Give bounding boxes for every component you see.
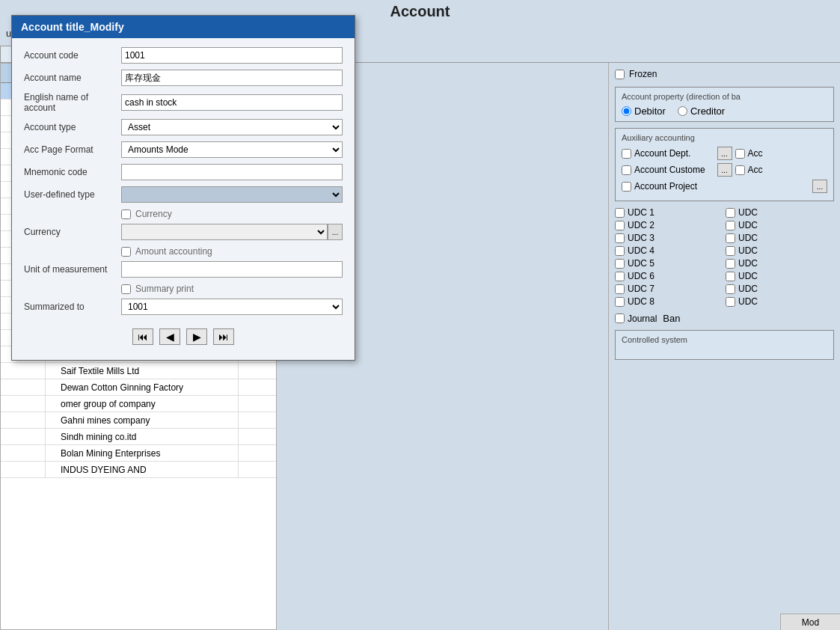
- udc-7-item: UDC 7: [615, 284, 723, 294]
- udc-7-checkbox[interactable]: [615, 284, 625, 294]
- udc-6r-checkbox[interactable]: [726, 272, 735, 281]
- udc-4r-item: UDC: [726, 245, 834, 256]
- udc-8-checkbox[interactable]: [615, 297, 625, 307]
- currency-checkbox[interactable]: [121, 210, 131, 219]
- acc-page-format-row: Acc Page Format Amounts Mode: [24, 141, 343, 158]
- amount-accounting-checkbox[interactable]: [121, 247, 131, 257]
- summarized-to-label: Summarized to: [24, 302, 121, 312]
- user-defined-row: User-defined type: [24, 186, 343, 203]
- frozen-checkbox[interactable]: [615, 70, 625, 79]
- udc-3-checkbox[interactable]: [615, 233, 625, 243]
- udc-7-label: UDC 7: [628, 284, 654, 294]
- aux-dept-checkbox[interactable]: [622, 149, 631, 159]
- creditor-radio-item: Creditor: [678, 105, 725, 117]
- udc-1r-checkbox[interactable]: [726, 208, 735, 218]
- amount-accounting-label: Amount accounting: [135, 246, 212, 257]
- aux-project-checkbox[interactable]: [622, 182, 631, 192]
- aux-customer-btn[interactable]: ...: [717, 163, 732, 177]
- udc-1r-item: UDC: [726, 207, 834, 218]
- account-name-row: Account name: [24, 70, 343, 86]
- udc-1-label: UDC 1: [628, 207, 654, 218]
- user-defined-label: User-defined type: [24, 189, 121, 200]
- aux-dept-btn[interactable]: ...: [717, 147, 732, 160]
- journal-row: Journal Ban: [615, 313, 834, 324]
- udc-2-checkbox[interactable]: [615, 221, 625, 230]
- currency-field-row: Currency ...: [24, 224, 343, 240]
- aux-project-row: Account Project ...: [622, 180, 827, 193]
- modal-body: Account code Account name English name o…: [12, 38, 355, 360]
- udc-4r-checkbox[interactable]: [726, 246, 735, 256]
- udc-5-checkbox[interactable]: [615, 259, 625, 269]
- udc-5r-checkbox[interactable]: [726, 259, 735, 269]
- modal-nav-bar: ⏮ ◀ ▶ ⏭: [24, 321, 343, 351]
- udc-1-checkbox[interactable]: [615, 208, 625, 218]
- udc-6-checkbox[interactable]: [615, 272, 625, 281]
- aux-customer-row: Account Custome ... Acc: [622, 163, 827, 177]
- nav-first-btn[interactable]: ⏮: [132, 328, 153, 345]
- currency-checkbox-label: Currency: [135, 209, 172, 219]
- udc-2-item: UDC 2: [615, 220, 723, 230]
- account-type-row: Account type Asset Liability Equity: [24, 119, 343, 135]
- mnemonic-input[interactable]: [121, 164, 343, 180]
- udc-7r-label: UDC: [738, 284, 758, 294]
- udc-4-label: UDC 4: [628, 245, 654, 256]
- english-name-label: English name of account: [24, 92, 121, 113]
- udc-4r-label: UDC: [738, 245, 758, 256]
- account-type-select[interactable]: Asset Liability Equity: [121, 119, 343, 135]
- nav-prev-btn[interactable]: ◀: [159, 328, 180, 345]
- unit-measurement-label: Unit of measurement: [24, 264, 121, 275]
- journal-label: Journal: [628, 314, 657, 324]
- summary-print-checkbox[interactable]: [121, 284, 131, 294]
- udc-grid: UDC 1 UDC UDC 2 UDC UDC 3 UDC: [615, 207, 834, 307]
- udc-2r-item: UDC: [726, 220, 834, 230]
- currency-input-group: ...: [121, 224, 343, 240]
- udc-3-item: UDC 3: [615, 233, 723, 243]
- udc-7r-item: UDC: [726, 284, 834, 294]
- currency-browse-btn[interactable]: ...: [328, 224, 343, 240]
- aux-customer-checkbox[interactable]: [622, 165, 631, 175]
- summary-print-label: Summary print: [135, 284, 194, 294]
- currency-select[interactable]: [121, 224, 328, 240]
- creditor-label: Creditor: [690, 105, 725, 117]
- udc-7r-checkbox[interactable]: [726, 284, 735, 294]
- nav-last-btn[interactable]: ⏭: [213, 328, 234, 345]
- udc-2r-label: UDC: [738, 220, 758, 230]
- udc-5r-label: UDC: [738, 258, 758, 269]
- aux-project-btn[interactable]: ...: [812, 180, 827, 193]
- user-defined-select[interactable]: [121, 186, 343, 203]
- summarized-to-select[interactable]: 1001: [121, 299, 343, 315]
- udc-8r-checkbox[interactable]: [726, 297, 735, 307]
- main-window: Account unt 4-3-2-2 Account quantity 417…: [0, 0, 840, 630]
- aux-accounting-title: Auxiliary accounting: [622, 133, 827, 142]
- debitor-radio[interactable]: [622, 106, 631, 116]
- aux-acc1-checkbox[interactable]: [735, 149, 745, 159]
- udc-8-item: UDC 8: [615, 296, 723, 307]
- journal-checkbox[interactable]: [615, 314, 625, 323]
- unit-measurement-input[interactable]: [121, 261, 343, 278]
- udc-4-checkbox[interactable]: [615, 246, 625, 256]
- unit-measurement-row: Unit of measurement: [24, 261, 343, 278]
- account-code-input[interactable]: [121, 47, 343, 64]
- aux-acc2-checkbox[interactable]: [735, 165, 745, 175]
- bank-item: Ban: [663, 313, 680, 324]
- english-name-input[interactable]: [121, 94, 343, 111]
- summarized-to-row: Summarized to 1001: [24, 299, 343, 315]
- aux-acc1-label: Acc: [748, 148, 828, 159]
- journal-item: Journal: [615, 314, 657, 324]
- nav-next-btn[interactable]: ▶: [186, 328, 207, 345]
- udc-2r-checkbox[interactable]: [726, 221, 735, 230]
- udc-5-label: UDC 5: [628, 258, 654, 269]
- summary-print-row: Summary print: [24, 284, 343, 294]
- mnemonic-label: Mnemonic code: [24, 167, 121, 177]
- auxiliary-accounting-box: Auxiliary accounting Account Dept. ... A…: [615, 128, 834, 201]
- udc-1-item: UDC 1: [615, 207, 723, 218]
- account-type-label: Account type: [24, 122, 121, 132]
- aux-dept-label: Account Dept.: [634, 148, 714, 159]
- creditor-radio[interactable]: [678, 106, 687, 116]
- udc-6-item: UDC 6: [615, 271, 723, 281]
- account-code-row: Account code: [24, 47, 343, 64]
- udc-3r-checkbox[interactable]: [726, 233, 735, 243]
- account-name-input[interactable]: [121, 70, 343, 86]
- udc-8r-label: UDC: [738, 296, 758, 307]
- acc-page-format-select[interactable]: Amounts Mode: [121, 141, 343, 158]
